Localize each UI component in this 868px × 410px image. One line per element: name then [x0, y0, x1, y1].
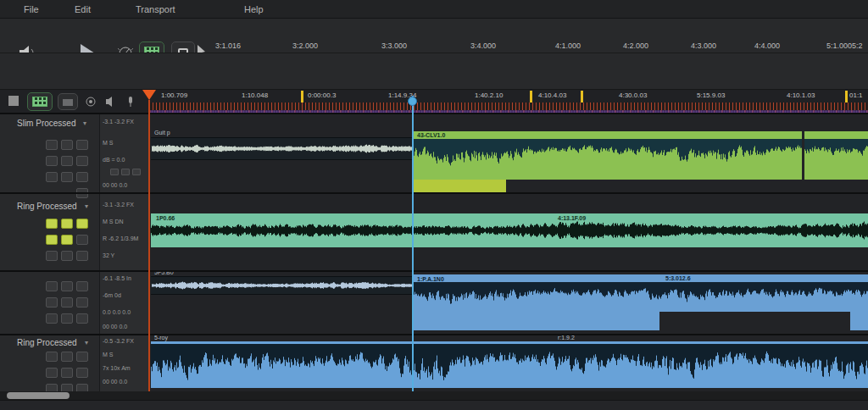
- track-ruler-label: 01:1: [849, 91, 863, 99]
- track-grid-button[interactable]: [76, 251, 88, 261]
- audio-clip-teal[interactable]: 1P0.66 4:13.1F.09: [151, 213, 868, 247]
- ruler-tick-label: 4:4.000: [754, 42, 780, 50]
- menu-transport[interactable]: Transport: [136, 4, 175, 14]
- edit-cursor-marker[interactable]: [142, 90, 156, 100]
- clip-label: 1:P.A.1N0: [417, 276, 444, 282]
- track-grid-button[interactable]: [46, 251, 58, 261]
- menu-help[interactable]: Help: [244, 4, 264, 14]
- track-mute-solo[interactable]: -6m 0d: [103, 292, 148, 298]
- track-grid-button[interactable]: [61, 297, 73, 308]
- waveform: [151, 344, 868, 386]
- timeline-marker[interactable]: [845, 91, 848, 102]
- track-grid-button[interactable]: [76, 313, 88, 324]
- track-grid-button[interactable]: [46, 297, 58, 308]
- track-grid-button[interactable]: [61, 368, 73, 378]
- track-separator: [0, 334, 868, 335]
- bottom-strip: [0, 391, 868, 400]
- clip-label: 5:3.012.6: [665, 275, 691, 281]
- track-name[interactable]: Ring Processed: [17, 338, 77, 347]
- stop-button[interactable]: [8, 96, 19, 106]
- track-grid-button[interactable]: [46, 313, 58, 324]
- track-header-3[interactable]: -6.1 -8.5 In -6m 0d 0.0 0.0 0.0 00 00 0.…: [0, 271, 149, 335]
- track-grid-button[interactable]: [76, 156, 88, 166]
- record-icon[interactable]: [85, 96, 97, 108]
- timeline-marker[interactable]: [530, 91, 532, 102]
- audio-clip-blue[interactable]: [151, 341, 868, 388]
- track-name[interactable]: Ring Processed: [17, 202, 77, 211]
- track-mute-solo[interactable]: M S DN: [103, 219, 148, 224]
- menu-file[interactable]: File: [24, 4, 39, 14]
- row-separator: [0, 113, 868, 114]
- track-volume-readout[interactable]: -6.1 -8.5 In: [103, 275, 148, 281]
- track-grid-button[interactable]: [76, 297, 88, 308]
- audio-clip-green[interactable]: 43-CLV1.0: [413, 131, 868, 180]
- edit-cursor-line[interactable]: [148, 100, 150, 391]
- monitor-small-button[interactable]: [27, 92, 53, 111]
- track-grid-button[interactable]: [61, 172, 73, 182]
- playhead-line[interactable]: [412, 96, 414, 391]
- track-grid-button[interactable]: [76, 235, 88, 245]
- clip-label: r:1.9.2: [558, 335, 575, 341]
- track-header-2[interactable]: Ring Processed ▾ -3.1 -3.2 FX M S DN R -…: [0, 193, 149, 271]
- chevron-down-icon[interactable]: ▾: [85, 339, 88, 346]
- track-header-4[interactable]: Ring Processed ▾ -0.5 -3.2 FX M S 7x 10x…: [0, 335, 149, 391]
- mini-button[interactable]: [121, 169, 130, 175]
- clip-waveform-strip[interactable]: [151, 276, 413, 295]
- timeline-marker[interactable]: [581, 91, 583, 102]
- clip-waveform-strip[interactable]: [151, 137, 413, 160]
- track-grid-button[interactable]: [61, 235, 73, 245]
- clip-sub-lane[interactable]: [850, 312, 868, 330]
- mic-icon[interactable]: [125, 96, 136, 108]
- timeline-marker[interactable]: [301, 91, 303, 102]
- track-grid-button[interactable]: [61, 140, 73, 150]
- clip-sub-lane[interactable]: [413, 312, 659, 330]
- clip-split: [802, 131, 804, 180]
- playhead-marker[interactable]: [408, 97, 417, 106]
- track-grid-button[interactable]: [61, 219, 73, 229]
- chevron-down-icon[interactable]: ▾: [85, 202, 88, 210]
- track-grid-button[interactable]: [46, 235, 58, 245]
- menu-edit[interactable]: Edit: [75, 4, 91, 14]
- track-grid-button[interactable]: [76, 368, 88, 378]
- track-header-1[interactable]: Slim Processed ▾ -3.1 -3.2 FX M S dB = 0…: [0, 114, 149, 193]
- speaker-small-icon[interactable]: [105, 96, 117, 108]
- track-grid-button[interactable]: [46, 156, 58, 166]
- track-grid-button[interactable]: [46, 140, 58, 150]
- track-grid-button[interactable]: [46, 219, 58, 229]
- track-mute-solo[interactable]: M S: [103, 352, 148, 357]
- track-grid-button[interactable]: [46, 368, 58, 378]
- track-grid-button[interactable]: [61, 352, 73, 362]
- track-db-readout: R -6.2 1/3.9M: [103, 235, 148, 241]
- ruler-tick-label: 3:2.000: [292, 42, 318, 50]
- track-mute-solo[interactable]: M S: [103, 140, 148, 146]
- horizontal-scrollbar[interactable]: [7, 392, 70, 399]
- track-volume-readout[interactable]: -0.5 -3.2 FX: [103, 338, 148, 344]
- track-db-readout: 0.0 0.0 0.0: [103, 309, 148, 315]
- track-db-readout: dB = 0.0: [103, 157, 148, 163]
- track-grid-button[interactable]: [76, 281, 88, 291]
- track-volume-readout[interactable]: -3.1 -3.2 FX: [103, 202, 148, 208]
- track-grid-button[interactable]: [46, 172, 58, 182]
- track-grid-button[interactable]: [76, 140, 88, 150]
- track-grid-button[interactable]: [61, 281, 73, 291]
- mini-button[interactable]: [110, 169, 119, 175]
- audio-clip-blue[interactable]: 1:P.A.1N0 5:3.012.6: [413, 274, 868, 312]
- waveform: [152, 278, 412, 293]
- clip-sub-lane[interactable]: [413, 180, 506, 193]
- transport-toolbar: 3:1.0163:2.0003:3.0003:4.0004:1.0004:2.0…: [0, 19, 868, 53]
- track-grid-button[interactable]: [76, 172, 88, 182]
- track-grid-button[interactable]: [76, 352, 88, 362]
- track-grid-button[interactable]: [46, 352, 58, 362]
- waveform: [413, 139, 868, 173]
- track-grid-button[interactable]: [46, 281, 58, 291]
- track-name[interactable]: Slim Processed: [17, 119, 75, 128]
- folder-button[interactable]: [58, 93, 78, 110]
- track-grid-button[interactable]: [76, 219, 88, 229]
- ruler-tick-label: 5:2: [852, 42, 863, 50]
- track-grid-button[interactable]: [61, 251, 73, 261]
- track-volume-readout[interactable]: -3.1 -3.2 FX: [103, 119, 148, 125]
- chevron-down-icon[interactable]: ▾: [83, 119, 86, 127]
- mini-button[interactable]: [132, 169, 141, 175]
- track-grid-button[interactable]: [61, 313, 73, 324]
- track-grid-button[interactable]: [61, 156, 73, 166]
